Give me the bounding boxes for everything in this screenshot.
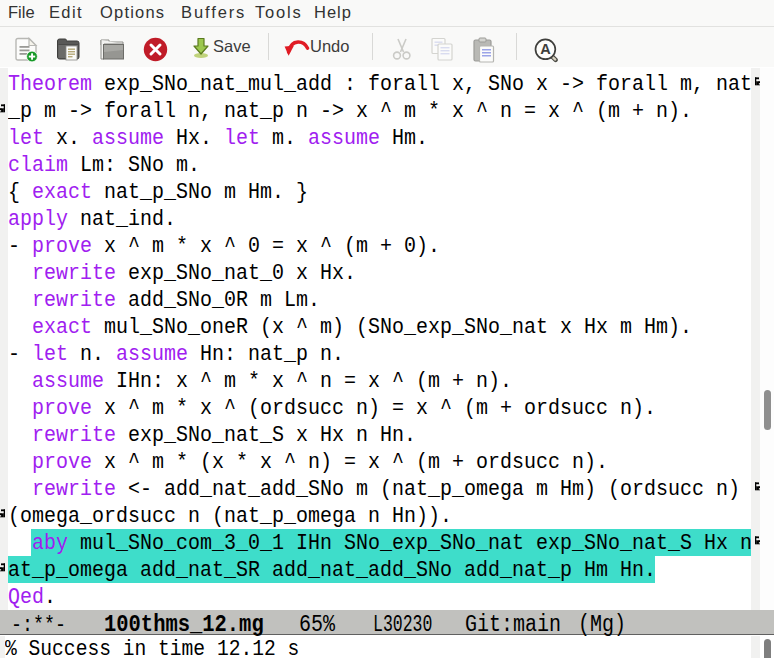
svg-text:A: A bbox=[540, 41, 551, 57]
